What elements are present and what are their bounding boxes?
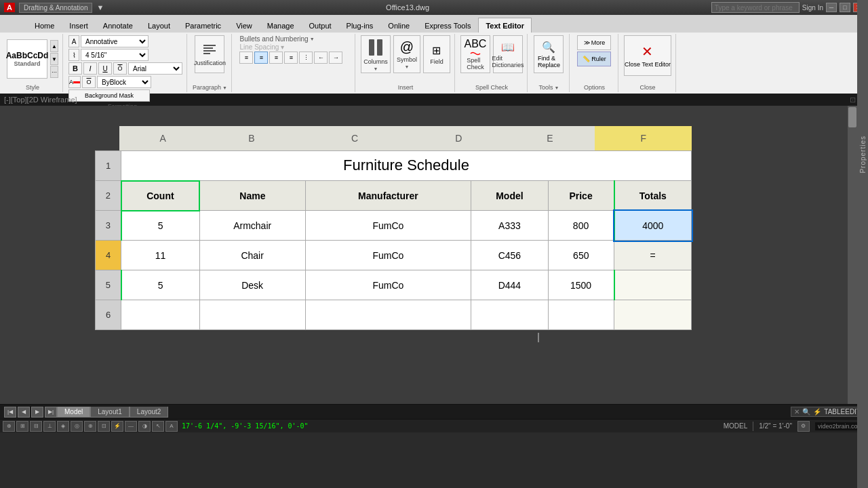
style-scroll-up[interactable]: ▲ — [50, 40, 58, 52]
tab-plugins[interactable]: Plug-ins — [339, 18, 381, 33]
col-header-b[interactable]: B — [206, 126, 298, 150]
overline-button[interactable]: Ō — [113, 62, 127, 75]
font-select[interactable]: Arial — [128, 62, 182, 75]
header-manufacturer[interactable]: Manufacturer — [305, 181, 471, 211]
tab-output[interactable]: Output — [302, 18, 339, 33]
cell-5-name[interactable]: Desk — [199, 270, 305, 300]
cell-6-model[interactable] — [471, 300, 548, 330]
annotative-toggle[interactable]: A — [68, 35, 79, 47]
paragraph-group-label[interactable]: Paragraph ▼ — [193, 83, 227, 91]
cell-5-count[interactable]: 5 — [121, 270, 200, 300]
background-mask-button[interactable]: Background Mask — [68, 89, 150, 102]
overline-btn2[interactable]: O — [82, 76, 96, 88]
cell-5-total[interactable] — [614, 270, 692, 300]
font-color-btn[interactable]: A — [68, 76, 81, 88]
col-header-d[interactable]: D — [412, 126, 505, 150]
style-dropdown[interactable]: ⋯ — [50, 66, 58, 78]
indent-right-btn[interactable]: → — [329, 52, 342, 64]
cell-3-price[interactable]: 800 — [548, 211, 614, 241]
col-header-e[interactable]: E — [505, 126, 595, 150]
bold-button[interactable]: B — [68, 62, 82, 75]
col-header-c[interactable]: C — [297, 126, 412, 150]
nav-next-next[interactable]: ▶| — [45, 407, 57, 418]
minimize-button[interactable]: ─ — [826, 3, 837, 12]
workspace-selector[interactable]: Drafting & Annotation — [19, 3, 93, 13]
cell-4-model[interactable]: C456 — [471, 241, 548, 270]
style-preview[interactable]: AaBbCcDd Standard — [7, 39, 47, 79]
close-text-editor-button[interactable]: ✕ Close Text Editor — [624, 35, 671, 76]
search-input[interactable] — [711, 2, 800, 13]
align-left-btn[interactable]: ≡ — [239, 52, 253, 64]
italic-button[interactable]: I — [83, 62, 97, 75]
header-price[interactable]: Price — [548, 181, 614, 211]
cell-6-total[interactable] — [614, 300, 692, 330]
header-totals[interactable]: Totals — [614, 181, 692, 211]
cell-6-name[interactable] — [199, 300, 305, 330]
right-scrollbar[interactable] — [848, 106, 857, 404]
cell-4-price[interactable]: 650 — [548, 241, 614, 270]
cell-3-model[interactable]: A333 — [471, 211, 548, 241]
byblock-select[interactable]: ByBlock — [97, 76, 151, 88]
row-header-5[interactable]: 5 — [96, 270, 121, 300]
ducs-icon[interactable]: ⊡ — [98, 421, 110, 432]
dyn-icon[interactable]: ⚡ — [111, 421, 123, 432]
polar-icon[interactable]: ◈ — [57, 421, 69, 432]
title-cell[interactable]: Furniture Schedule — [121, 151, 692, 181]
distribute-btn[interactable]: ⋮ — [299, 52, 313, 64]
col-header-a[interactable]: A — [119, 126, 205, 150]
tab-layout2[interactable]: Layout2 — [130, 407, 169, 418]
align-right-btn[interactable]: ≡ — [269, 52, 283, 64]
ortho-icon[interactable]: ⊥ — [43, 421, 56, 432]
command-search-icon[interactable]: 🔍 — [802, 408, 810, 415]
tab-layout1[interactable]: Layout1 — [90, 407, 130, 418]
cell-3-manufacturer[interactable]: FumCo — [305, 211, 471, 241]
tab-texteditor[interactable]: Text Editor — [478, 18, 532, 33]
maximize-button[interactable]: □ — [840, 3, 850, 12]
justification-button[interactable]: Justification — [195, 35, 224, 73]
header-name[interactable]: Name — [199, 181, 305, 211]
field-button[interactable]: ⊞ Field — [423, 35, 450, 73]
cell-4-total[interactable]: = — [614, 241, 692, 270]
tab-parametric[interactable]: Parametric — [178, 18, 229, 33]
nav-next[interactable]: ▶ — [31, 407, 43, 418]
cell-6-count[interactable] — [121, 300, 200, 330]
row-header-1[interactable]: 1 — [96, 151, 121, 181]
cell-6-price[interactable] — [548, 300, 614, 330]
scale-label[interactable]: 1/2" = 1'-0" — [759, 422, 792, 430]
row-header-4[interactable]: 4 — [96, 241, 121, 270]
lw-icon[interactable]: — — [125, 421, 137, 432]
cell-5-manufacturer[interactable]: FumCo — [305, 270, 471, 300]
row-header-3[interactable]: 3 — [96, 211, 121, 241]
workspace-arrow[interactable]: ▼ — [96, 3, 104, 12]
viewport-settings[interactable]: ⚙ — [797, 421, 810, 432]
tab-insert[interactable]: Insert — [62, 18, 96, 33]
tab-annotate[interactable]: Annotate — [96, 18, 140, 33]
ruler-button[interactable]: 📏 Ruler — [577, 52, 611, 66]
cell-3-count[interactable]: 5 — [121, 211, 200, 241]
osnap-icon[interactable]: ◎ — [71, 421, 83, 432]
signin-button[interactable]: Sign In — [802, 4, 823, 12]
row-header-2[interactable]: 2 — [96, 181, 121, 211]
cell-3-total[interactable]: 4000 — [614, 211, 692, 241]
select-icon[interactable]: ↖ — [152, 421, 164, 432]
find-replace-button[interactable]: 🔍 Find &Replace — [534, 35, 564, 73]
edit-dict-button[interactable]: 📖 EditDictionaries — [493, 35, 523, 73]
header-count[interactable]: Count — [121, 181, 200, 211]
transparency-icon[interactable]: ◑ — [138, 421, 151, 432]
scroll-thumb[interactable] — [848, 107, 856, 127]
cell-4-name[interactable]: Chair — [199, 241, 305, 270]
grid-icon[interactable]: ⊞ — [16, 421, 28, 432]
align-center-btn[interactable]: ≡ — [254, 52, 268, 64]
cell-4-manufacturer[interactable]: FumCo — [305, 241, 471, 270]
cell-6-manufacturer[interactable] — [305, 300, 471, 330]
cell-4-count[interactable]: 11 — [121, 241, 200, 270]
indent-left-btn[interactable]: ← — [314, 52, 328, 64]
bullets-numbering-label[interactable]: Bullets and Numbering — [239, 35, 308, 43]
spell-check-button[interactable]: ABC SpellCheck — [460, 35, 490, 73]
row-header-6[interactable]: 6 — [96, 300, 121, 330]
cell-3-name[interactable]: Armchair — [199, 211, 305, 241]
tab-view[interactable]: View — [229, 18, 260, 33]
cell-5-model[interactable]: D444 — [471, 270, 548, 300]
tab-model[interactable]: Model — [57, 407, 90, 418]
align-justify-btn[interactable]: ≡ — [284, 52, 298, 64]
